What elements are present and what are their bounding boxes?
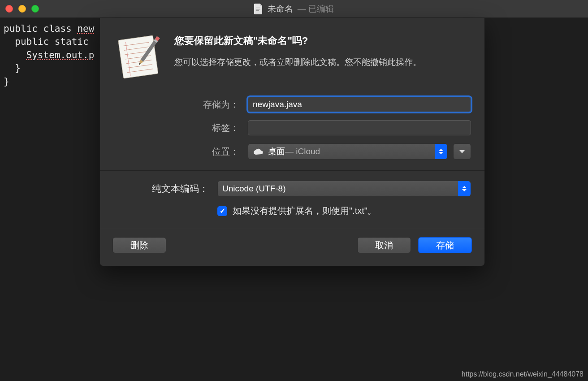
dropdown-arrows-icon (435, 144, 447, 159)
window-titlebar: 未命名 — 已编辑 (0, 0, 588, 18)
encoding-value: Unicode (UTF-8) (222, 184, 285, 194)
minimize-window-button[interactable] (18, 5, 26, 13)
textedit-app-icon (113, 31, 163, 81)
checkmark-icon: ✓ (220, 207, 225, 215)
close-window-button[interactable] (5, 5, 13, 13)
use-txt-extension-checkbox[interactable]: ✓ (217, 206, 227, 216)
maximize-window-button[interactable] (31, 5, 39, 13)
location-dropdown[interactable]: 桌面 — iCloud (248, 143, 448, 160)
location-value-sub: — iCloud (285, 147, 320, 156)
encoding-dropdown[interactable]: Unicode (UTF-8) (217, 181, 471, 197)
tags-label: 标签： (113, 122, 248, 134)
chevron-down-icon (459, 150, 465, 153)
cloud-icon (253, 148, 264, 155)
use-txt-extension-label: 如果没有提供扩展名，则使用".txt"。 (233, 205, 376, 217)
traffic-lights (5, 5, 39, 13)
svg-rect-1 (256, 9, 260, 9)
save-button[interactable]: 存储 (418, 237, 472, 253)
dialog-subtitle: 您可以选择存储更改，或者立即删除此文稿。您不能撤销此操作。 (174, 56, 471, 69)
save-dialog-sheet: 您要保留此新文稿"未命名"吗? 您可以选择存储更改，或者立即删除此文稿。您不能撤… (99, 18, 485, 266)
expand-save-panel-button[interactable] (453, 143, 471, 160)
watermark-text: https://blog.csdn.net/weixin_44484078 (462, 370, 584, 378)
document-icon (254, 4, 263, 14)
svg-rect-2 (256, 10, 259, 11)
svg-rect-3 (118, 35, 158, 78)
tags-input[interactable] (248, 120, 471, 135)
delete-button[interactable]: 删除 (112, 237, 166, 253)
dropdown-arrows-icon (458, 181, 471, 196)
svg-rect-0 (256, 8, 260, 8)
window-title: 未命名 — 已编辑 (254, 3, 334, 15)
window-title-text: 未命名 (268, 3, 293, 15)
location-label: 位置： (113, 146, 248, 158)
window-edited-badge: — 已编辑 (298, 3, 334, 15)
save-as-label: 存储为： (113, 99, 248, 111)
filename-input[interactable] (248, 97, 471, 112)
dialog-button-bar: 删除 取消 存储 (100, 228, 484, 266)
encoding-label: 纯文本编码： (113, 182, 217, 195)
location-value-main: 桌面 (268, 146, 285, 157)
cancel-button[interactable]: 取消 (357, 237, 411, 253)
dialog-title: 您要保留此新文稿"未命名"吗? (174, 34, 471, 48)
